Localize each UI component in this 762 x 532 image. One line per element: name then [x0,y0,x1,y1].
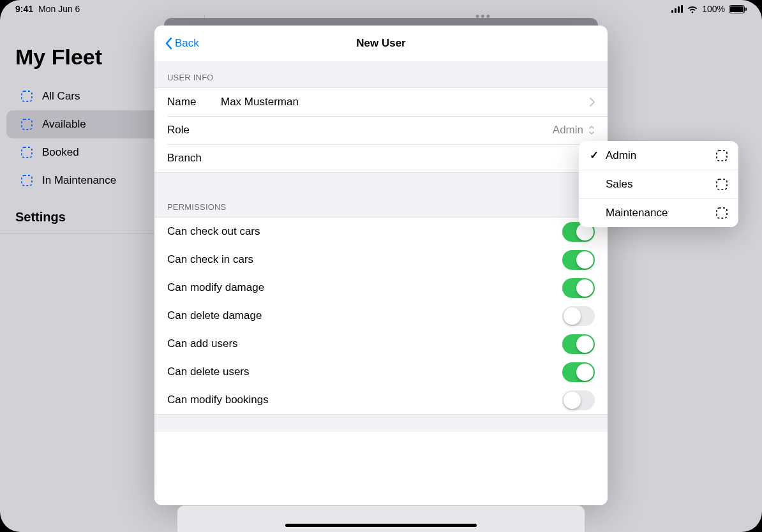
cellular-icon [671,5,683,13]
sidebar-item-label: In Maintenance [42,174,116,187]
svg-rect-2 [22,147,32,158]
permission-label: Can add users [167,337,238,350]
row-role[interactable]: Role Admin [154,116,608,144]
permission-label: Can delete damage [167,309,262,322]
permission-toggle[interactable] [562,334,595,354]
new-user-sheet: Back New User USER INFO Name Max Musterm… [154,26,608,505]
svg-rect-11 [717,151,727,161]
permission-label: Can check out cars [167,225,260,238]
sidebar-item-label: All Cars [42,90,80,103]
svg-rect-1 [22,119,32,129]
permission-toggle[interactable] [562,306,595,326]
permission-toggle[interactable] [562,390,595,410]
svg-rect-3 [22,175,32,186]
placeholder-icon [715,178,728,191]
popover-option[interactable]: Maintenance [579,198,738,227]
section-gap [154,414,608,432]
chevron-left-icon [165,37,172,50]
permission-row: Can add users [154,330,608,358]
popover-option-label: Maintenance [606,207,709,219]
row-label: Role [167,124,221,137]
sidebar-item-label: Available [42,118,86,131]
permission-row: Can delete users [154,358,608,386]
sidebar-item-label: Booked [42,146,79,159]
device-frame: My Fleet All Cars Available Booked In Ma… [0,0,762,532]
chevron-right-icon [590,98,595,107]
svg-rect-5 [675,8,676,13]
svg-rect-6 [678,6,680,13]
permission-label: Can check in cars [167,253,253,266]
row-label: Name [167,96,221,108]
popover-option[interactable]: Sales [579,170,738,198]
row-branch[interactable]: Branch [154,144,608,172]
status-battery-pct: 100% [702,4,725,14]
permission-label: Can delete users [167,366,250,378]
back-button[interactable]: Back [160,26,204,61]
role-popover: ✓AdminSalesMaintenance [579,141,738,227]
row-value: Admin [221,124,588,137]
permission-toggle[interactable] [562,250,595,270]
permission-row: Can delete damage [154,302,608,330]
svg-rect-0 [22,91,32,101]
svg-rect-7 [681,5,683,13]
section-header-permissions: PERMISSIONS [154,172,608,218]
permission-row: Can check in cars [154,246,608,274]
permission-toggle[interactable] [562,362,595,382]
placeholder-icon [715,149,728,162]
placeholder-icon [20,146,33,159]
status-time: 9:41 [15,4,33,14]
permission-label: Can modify damage [167,281,264,294]
sheet-fill [154,432,608,505]
bottom-shelf [177,505,585,532]
sheet-title: New User [356,37,405,50]
row-value: Max Musterman [221,96,590,108]
placeholder-icon [20,90,33,103]
permission-label: Can modify bookings [167,394,269,406]
back-label: Back [175,37,199,50]
svg-rect-10 [745,8,747,11]
permission-row: Can modify bookings [154,386,608,414]
up-down-chevron-icon [588,125,595,135]
permission-toggle[interactable] [562,278,595,298]
battery-icon [729,5,747,13]
placeholder-icon [20,174,33,187]
status-bar: 9:41 Mon Jun 6 100% [0,0,762,15]
checkmark-icon: ✓ [589,149,599,162]
popover-option-label: Admin [606,149,709,162]
popover-option[interactable]: ✓Admin [579,141,738,170]
svg-rect-9 [730,6,743,12]
svg-rect-12 [717,179,727,189]
placeholder-icon [715,207,728,219]
permissions-list: Can check out carsCan check in carsCan m… [154,218,608,414]
status-date: Mon Jun 6 [38,4,80,14]
row-label: Branch [167,152,221,165]
home-indicator[interactable] [285,524,477,527]
permission-row: Can modify damage [154,274,608,302]
section-header-user-info: USER INFO [154,61,608,88]
placeholder-icon [20,118,33,131]
row-name[interactable]: Name Max Musterman [154,88,608,116]
wifi-icon [687,5,698,13]
sidebar-settings-label: Settings [15,210,66,224]
svg-rect-4 [671,10,673,13]
popover-option-label: Sales [606,178,709,191]
permission-row: Can check out cars [154,218,608,246]
svg-rect-13 [717,208,727,218]
sheet-nav-bar: Back New User [154,26,608,61]
